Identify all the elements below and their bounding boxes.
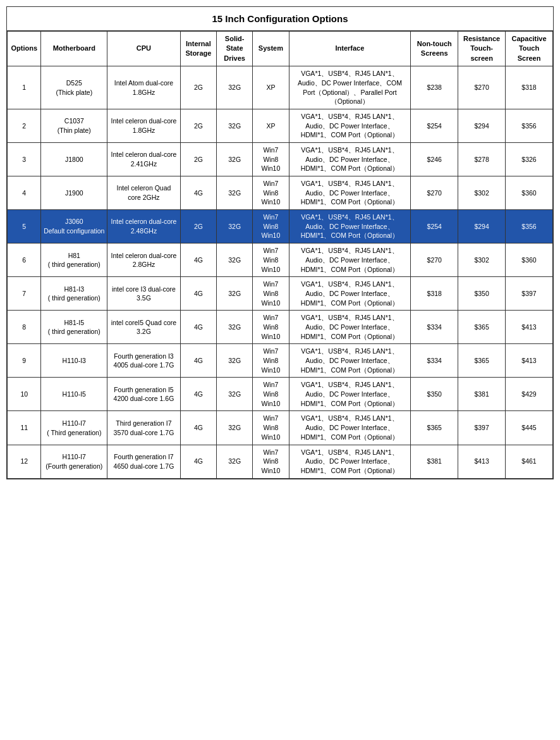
config-table: Options Motherboard CPU InternalStorage …: [7, 31, 553, 479]
header-interface: Interface: [289, 32, 411, 66]
cell-resistance: $270: [458, 66, 506, 109]
cell-motherboard: H110-I5: [41, 378, 107, 411]
cell-ssd: 32G: [217, 311, 253, 344]
header-capacitive: CapacitiveTouchScreen: [506, 32, 553, 66]
cell-storage: 2G: [180, 66, 216, 109]
cell-system: Win7Win8Win10: [253, 210, 289, 244]
cell-capacitive: $356: [506, 109, 553, 142]
cell-capacitive: $413: [506, 344, 553, 378]
cell-ssd: 32G: [217, 277, 253, 311]
cell-cpu: Intel celeron dual-core 1.8GHz: [107, 109, 181, 142]
cell-ssd: 32G: [217, 66, 253, 109]
cell-ssd: 32G: [217, 244, 253, 277]
cell-storage: 2G: [180, 210, 216, 244]
cell-nontouch: $318: [411, 277, 458, 311]
cell-system: Win7Win8Win10: [253, 176, 289, 210]
cell-ssd: 32G: [217, 176, 253, 210]
header-row: Options Motherboard CPU InternalStorage …: [8, 32, 553, 66]
table-row: 5J3060Default configurationIntel celeron…: [8, 210, 553, 244]
cell-cpu: Intel celeron dual-core 2.41GHz: [107, 142, 181, 176]
cell-motherboard: H110-I7(Fourth generation): [41, 445, 107, 478]
header-ssd: Solid-StateDrives: [217, 32, 253, 66]
cell-motherboard: D525(Thick plate): [41, 66, 107, 109]
cell-resistance: $294: [458, 109, 506, 142]
cell-cpu: Intel celeron dual-core 2.48GHz: [107, 210, 181, 244]
cell-interface: VGA*1、USB*4、RJ45 LAN*1、Audio、DC Power In…: [289, 445, 411, 478]
cell-option: 10: [8, 378, 41, 411]
cell-option: 4: [8, 176, 41, 210]
cell-nontouch: $334: [411, 311, 458, 344]
cell-interface: VGA*1、USB*4、RJ45 LAN*1、Audio、DC Power In…: [289, 142, 411, 176]
cell-capacitive: $356: [506, 210, 553, 244]
cell-ssd: 32G: [217, 109, 253, 142]
cell-storage: 4G: [180, 445, 216, 478]
cell-system: Win7Win8Win10: [253, 411, 289, 445]
table-title: 15 Inch Configuration Options: [7, 7, 553, 31]
cell-motherboard: H81-I5( third generation): [41, 311, 107, 344]
cell-system: XP: [253, 109, 289, 142]
cell-cpu: Fourth generation I7 4650 dual-core 1.7G: [107, 445, 181, 478]
cell-capacitive: $397: [506, 277, 553, 311]
cell-resistance: $278: [458, 142, 506, 176]
header-cpu: CPU: [107, 32, 181, 66]
cell-capacitive: $318: [506, 66, 553, 109]
cell-nontouch: $350: [411, 378, 458, 411]
cell-option: 5: [8, 210, 41, 244]
cell-storage: 2G: [180, 142, 216, 176]
cell-nontouch: $381: [411, 445, 458, 478]
cell-ssd: 32G: [217, 344, 253, 378]
table-row: 2C1037(Thin plate)Intel celeron dual-cor…: [8, 109, 553, 142]
cell-resistance: $397: [458, 411, 506, 445]
cell-cpu: Intel celeron Quad core 2GHz: [107, 176, 181, 210]
table-row: 4J1900Intel celeron Quad core 2GHz4G32GW…: [8, 176, 553, 210]
cell-motherboard: H81-I3( third generation): [41, 277, 107, 311]
cell-cpu: Intel celeron dual-core 2.8GHz: [107, 244, 181, 277]
cell-motherboard: H81( third generation): [41, 244, 107, 277]
cell-option: 8: [8, 311, 41, 344]
config-table-wrapper: 15 Inch Configuration Options Options Mo…: [6, 6, 554, 479]
cell-motherboard: J3060Default configuration: [41, 210, 107, 244]
cell-interface: VGA*1、USB*4、RJ45 LAN*1、Audio、DC Power In…: [289, 66, 411, 109]
cell-motherboard: C1037(Thin plate): [41, 109, 107, 142]
cell-option: 2: [8, 109, 41, 142]
cell-interface: VGA*1、USB*4、RJ45 LAN*1、Audio、DC Power In…: [289, 176, 411, 210]
cell-system: Win7Win8Win10: [253, 311, 289, 344]
cell-interface: VGA*1、USB*4、RJ45 LAN*1、Audio、DC Power In…: [289, 210, 411, 244]
cell-cpu: Intel Atom dual-core 1.8GHz: [107, 66, 181, 109]
cell-motherboard: J1900: [41, 176, 107, 210]
cell-system: Win7Win8Win10: [253, 244, 289, 277]
table-row: 7H81-I3( third generation)intel core I3 …: [8, 277, 553, 311]
cell-nontouch: $254: [411, 210, 458, 244]
header-storage: InternalStorage: [180, 32, 216, 66]
header-system: System: [253, 32, 289, 66]
cell-interface: VGA*1、USB*4、RJ45 LAN*1、Audio、DC Power In…: [289, 244, 411, 277]
cell-resistance: $365: [458, 344, 506, 378]
cell-interface: VGA*1、USB*4、RJ45 LAN*1、Audio、DC Power In…: [289, 378, 411, 411]
cell-ssd: 32G: [217, 378, 253, 411]
cell-option: 11: [8, 411, 41, 445]
cell-nontouch: $270: [411, 176, 458, 210]
cell-capacitive: $461: [506, 445, 553, 478]
cell-capacitive: $429: [506, 378, 553, 411]
cell-system: Win7Win8Win10: [253, 378, 289, 411]
cell-ssd: 32G: [217, 411, 253, 445]
cell-motherboard: H110-I3: [41, 344, 107, 378]
cell-motherboard: H110-I7( Third generation): [41, 411, 107, 445]
cell-storage: 4G: [180, 411, 216, 445]
cell-cpu: Fourth generation I5 4200 dual-core 1.6G: [107, 378, 181, 411]
cell-nontouch: $270: [411, 244, 458, 277]
cell-resistance: $302: [458, 176, 506, 210]
cell-capacitive: $445: [506, 411, 553, 445]
table-row: 10H110-I5Fourth generation I5 4200 dual-…: [8, 378, 553, 411]
cell-capacitive: $360: [506, 176, 553, 210]
cell-interface: VGA*1、USB*4、RJ45 LAN*1、Audio、DC Power In…: [289, 311, 411, 344]
cell-resistance: $413: [458, 445, 506, 478]
cell-storage: 4G: [180, 344, 216, 378]
cell-capacitive: $413: [506, 311, 553, 344]
header-options: Options: [8, 32, 41, 66]
cell-system: XP: [253, 66, 289, 109]
cell-interface: VGA*1、USB*4、RJ45 LAN*1、Audio、DC Power In…: [289, 344, 411, 378]
cell-cpu: intel core I3 dual-core 3.5G: [107, 277, 181, 311]
cell-option: 9: [8, 344, 41, 378]
cell-nontouch: $238: [411, 66, 458, 109]
